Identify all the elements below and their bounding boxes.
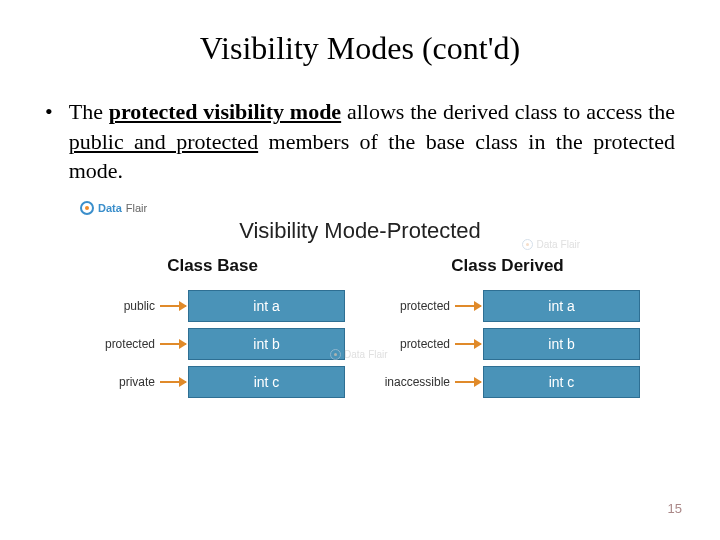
watermark-icon: DataFlair [330,349,388,360]
member-cell: int b [483,328,640,360]
class-derived-column: Class Derived protected int a protected … [375,256,640,404]
table-row: protected int a [375,290,640,322]
class-base-head: Class Base [80,256,345,276]
visibility-diagram: Data Flair Visibility Mode-Protected Dat… [80,201,640,404]
arrow-icon [455,381,481,383]
bullet-dot: • [45,97,53,127]
public-and-protected-underline: public and protected [69,129,258,154]
bullet-item: • The protected visibility mode allows t… [45,97,675,186]
table-row: public int a [80,290,345,322]
class-derived-head: Class Derived [375,256,640,276]
table-row: inaccessible int c [375,366,640,398]
logo-icon [80,201,94,215]
access-label: inaccessible [375,375,453,389]
table-row: protected int b [375,328,640,360]
class-base-column: Class Base public int a protected int b … [80,256,345,404]
arrow-icon [455,343,481,345]
member-cell: int a [483,290,640,322]
access-label: protected [375,299,453,313]
arrow-icon [160,343,186,345]
protected-visibility-mode-emph: protected visibility mode [109,99,341,124]
member-cell: int c [483,366,640,398]
access-label: protected [80,337,158,351]
dataflair-logo: Data Flair [80,201,640,215]
arrow-icon [455,305,481,307]
table-row: protected int b [80,328,345,360]
access-label: public [80,299,158,313]
slide-title: Visibility Modes (cont'd) [45,30,675,67]
member-cell: int c [188,366,345,398]
arrow-icon [160,305,186,307]
watermark-icon: DataFlair [522,239,580,250]
table-row: private int c [80,366,345,398]
member-cell: int a [188,290,345,322]
bullet-text: The protected visibility mode allows the… [69,97,675,186]
access-label: private [80,375,158,389]
arrow-icon [160,381,186,383]
page-number: 15 [668,501,682,516]
member-cell: int b [188,328,345,360]
